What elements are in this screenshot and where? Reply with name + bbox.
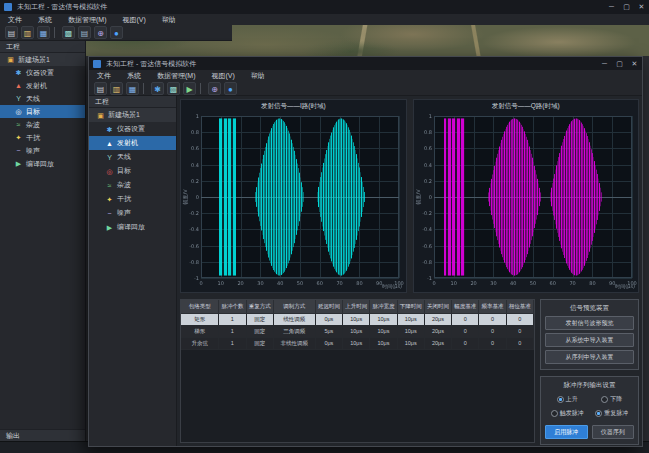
save-icon[interactable]: ▦ — [37, 26, 50, 39]
link-icon[interactable]: ⊕ — [94, 26, 107, 39]
tree-item[interactable]: ◎目标 — [89, 164, 176, 178]
close-icon[interactable]: ✕ — [634, 0, 649, 14]
table-cell: 0 — [452, 313, 479, 325]
tree-item-label: 干扰 — [26, 133, 40, 143]
radio-option[interactable]: 触发脉冲 — [551, 409, 584, 418]
noise-icon: ~ — [105, 209, 114, 218]
table-row[interactable]: 梯形1固定三角调频5μs10μs10μs10μs20μs000 — [181, 325, 534, 337]
table-header-cell[interactable]: 包络类型 — [181, 300, 219, 313]
maximize-icon[interactable]: ▢ — [619, 0, 634, 14]
table-header-cell[interactable]: 调制方式 — [273, 300, 315, 313]
table-header-cell[interactable]: 关闭时间 — [424, 300, 451, 313]
menu-item[interactable]: 数据管理(M) — [60, 14, 115, 25]
menu-item[interactable]: 帮助 — [154, 14, 184, 25]
table-cell: 升余弦 — [181, 337, 219, 349]
new-doc-icon[interactable]: ▤ — [94, 82, 107, 95]
project-panel-tab[interactable]: 工程 — [89, 96, 176, 108]
tree-item[interactable]: ▣新建场景1 — [0, 53, 85, 66]
group-title: 信号预览装置 — [545, 303, 634, 313]
tree-item[interactable]: ✦干扰 — [89, 192, 176, 206]
radio-row: 上升下降 — [545, 395, 634, 404]
menu-item[interactable]: 数据管理(M) — [149, 70, 204, 81]
radio-label: 触发脉冲 — [560, 409, 584, 418]
tree-item[interactable]: Y天线 — [0, 92, 85, 105]
menu-item[interactable]: 文件 — [89, 70, 119, 81]
table-header-cell[interactable]: 上升时间 — [343, 300, 370, 313]
minimize-icon[interactable]: ─ — [604, 0, 619, 14]
tree-item[interactable]: ✱仪器设置 — [89, 122, 176, 136]
tree-item-label: 发射机 — [117, 138, 138, 148]
play-icon[interactable]: ▶ — [183, 82, 196, 95]
menu-item[interactable]: 系统 — [119, 70, 149, 81]
table-header-cell[interactable]: 重复方式 — [246, 300, 273, 313]
gear-icon[interactable]: ✱ — [151, 82, 164, 95]
grid-icon[interactable]: ▩ — [62, 26, 75, 39]
back-project-panel: 工程 ▣新建场景1✱仪器设置▲发射机Y天线◎目标≈杂波✦干扰~噪声▶编译回放 输… — [0, 41, 86, 441]
tree-item[interactable]: Y天线 — [89, 150, 176, 164]
table-header-cell[interactable]: 脉冲个数 — [219, 300, 246, 313]
minimize-icon[interactable]: ─ — [597, 57, 612, 71]
radio-option[interactable]: 下降 — [601, 395, 622, 404]
dot-icon[interactable]: ● — [110, 26, 123, 39]
i-channel-waveform — [182, 112, 404, 290]
tree-item[interactable]: ✱仪器设置 — [0, 66, 85, 79]
tree-item[interactable]: ≈杂波 — [89, 178, 176, 192]
tree-item[interactable]: ~噪声 — [89, 206, 176, 220]
open-icon[interactable]: ▥ — [21, 26, 34, 39]
grid-icon[interactable]: ▩ — [167, 82, 180, 95]
tree-item-label: 发射机 — [26, 81, 47, 91]
table-header-cell[interactable]: 延迟时间 — [315, 300, 342, 313]
front-window: 未知工程 - 雷达信号模拟软件 ─ ▢ ✕ 文件系统数据管理(M)视图(V)帮助… — [88, 56, 643, 447]
tree-item[interactable]: ▲发射机 — [89, 136, 176, 150]
menu-item[interactable]: 视图(V) — [115, 14, 154, 25]
open-icon[interactable]: ▥ — [110, 82, 123, 95]
link-icon[interactable]: ⊕ — [208, 82, 221, 95]
close-icon[interactable]: ✕ — [627, 57, 642, 71]
new-doc-icon[interactable]: ▤ — [5, 26, 18, 39]
tree-item-label: 天线 — [117, 152, 131, 162]
signal-preview-group: 信号预览装置 发射信号波形预览 从系统中导入装置 从序列中导入装置 — [540, 299, 639, 370]
tree-item[interactable]: ~噪声 — [0, 144, 85, 157]
radio-option[interactable]: 重复脉冲 — [595, 409, 628, 418]
maximize-icon[interactable]: ▢ — [612, 57, 627, 71]
menu-item[interactable]: 视图(V) — [204, 70, 243, 81]
tree-item[interactable]: ▲发射机 — [0, 79, 85, 92]
table-row[interactable]: 升余弦1固定非线性调频0μs10μs10μs10μs20μs000 — [181, 337, 534, 349]
menu-item[interactable]: 系统 — [30, 14, 60, 25]
layers-icon[interactable]: ▤ — [78, 26, 91, 39]
enable-pulse-button[interactable]: 启用脉冲 — [545, 425, 588, 439]
tree-item[interactable]: ✦干扰 — [0, 131, 85, 144]
dot-icon[interactable]: ● — [224, 82, 237, 95]
front-project-panel: 工程 ▣新建场景1✱仪器设置▲发射机Y天线◎目标≈杂波✦干扰~噪声▶编译回放 — [89, 96, 177, 446]
output-panel-tab[interactable]: 输出 — [0, 429, 85, 441]
radio-row: 触发脉冲重复脉冲 — [545, 409, 634, 418]
menu-item[interactable]: 帮助 — [243, 70, 273, 81]
table-cell: 10μs — [343, 313, 370, 325]
menu-item[interactable]: 文件 — [0, 14, 30, 25]
import-from-sequence-button[interactable]: 从序列中导入装置 — [545, 350, 634, 364]
table-header-cell[interactable]: 相位基准 — [506, 300, 533, 313]
gear-icon: ✱ — [105, 125, 114, 134]
radio-option[interactable]: 上升 — [557, 395, 578, 404]
toolbar-separator — [54, 27, 55, 38]
jam-icon: ✦ — [14, 133, 23, 142]
table-header-cell[interactable]: 幅度基准 — [452, 300, 479, 313]
project-panel-tab[interactable]: 工程 — [0, 41, 85, 53]
save-icon[interactable]: ▦ — [126, 82, 139, 95]
tree-item[interactable]: ≈杂波 — [0, 118, 85, 131]
tree-item[interactable]: ◎目标 — [0, 105, 85, 118]
waveform-preview-button[interactable]: 发射信号波形预览 — [545, 316, 634, 330]
table-header-cell[interactable]: 下降时间 — [397, 300, 424, 313]
table-cell: 0 — [506, 325, 533, 337]
table-cell: 10μs — [370, 313, 397, 325]
tree-item-label: 仪器设置 — [117, 124, 145, 134]
back-window-titlebar: 未知工程 - 雷达信号模拟软件 ─ ▢ ✕ — [0, 0, 649, 14]
table-header-cell[interactable]: 脉冲宽度 — [370, 300, 397, 313]
table-row[interactable]: 矩形1固定线性调频0μs10μs10μs10μs20μs000 — [181, 313, 534, 325]
import-from-system-button[interactable]: 从系统中导入装置 — [545, 333, 634, 347]
tree-item[interactable]: ▶编译回放 — [89, 220, 176, 234]
tree-item[interactable]: ▶编译回放 — [0, 157, 85, 170]
table-header-cell[interactable]: 频率基准 — [479, 300, 506, 313]
tree-item[interactable]: ▣新建场景1 — [89, 108, 176, 122]
instrument-sequence-button[interactable]: 仪器序列 — [592, 425, 635, 439]
